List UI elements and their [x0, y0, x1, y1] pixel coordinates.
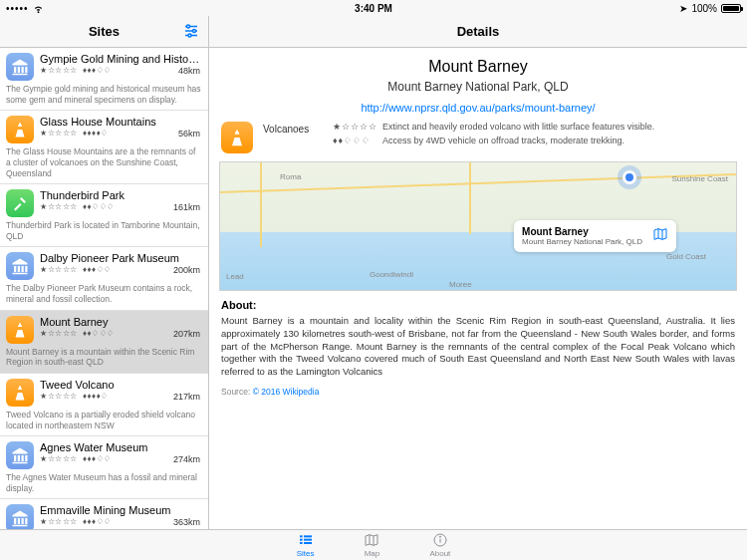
museum-icon [6, 504, 34, 529]
svg-rect-9 [304, 539, 312, 541]
site-description: Thunderbird Park is located in Tamborine… [6, 220, 202, 241]
site-distance: 217km [173, 392, 200, 402]
volcano-icon [6, 379, 34, 407]
sidebar-header: Sites [0, 16, 208, 48]
list-item[interactable]: Dalby Pioneer Park Museum★☆☆☆☆ ♦♦♦♢♢200k… [0, 247, 208, 310]
access-diamonds: ♦♦♢♢♢ [333, 136, 374, 145]
list-item[interactable]: Glass House Mountains★☆☆☆☆ ♦♦♦♦♢56kmThe … [0, 111, 208, 184]
site-name: Tweed Volcano [40, 379, 202, 391]
rating-stars: ★☆☆☆☆ [333, 122, 374, 132]
map-label: Moree [449, 280, 472, 289]
battery-percent: 100% [691, 3, 717, 14]
filter-button[interactable] [182, 22, 200, 44]
site-distance: 48km [178, 66, 200, 76]
list-item[interactable]: Gympie Gold Mining and Historical Muse..… [0, 48, 208, 111]
status-bar: 3:40 PM ➤ 100% [0, 0, 747, 16]
site-subtitle: Mount Barney National Park, QLD [209, 80, 747, 94]
site-title: Mount Barney [209, 58, 747, 76]
map-label: Gold Coast [666, 252, 706, 261]
map-view[interactable]: Roma Sunshine Coast Gold Coast Lead Goon… [219, 161, 737, 291]
rating-text: Extinct and heavily eroded volcano with … [382, 122, 654, 132]
site-distance: 207km [173, 329, 200, 339]
site-name: Thunderbird Park [40, 189, 202, 201]
pick-icon [6, 189, 34, 217]
site-description: The Agnes Water Museum has a fossil and … [6, 472, 202, 493]
site-distance: 200km [173, 265, 200, 275]
clock: 3:40 PM [355, 3, 392, 14]
site-distance: 363km [173, 517, 200, 527]
location-icon: ➤ [679, 3, 687, 14]
site-list[interactable]: Gympie Gold Mining and Historical Muse..… [0, 48, 208, 529]
about-section: About: Mount Barney is a mountain and lo… [209, 291, 747, 405]
access-text: Access by 4WD vehicle on offroad tracks,… [382, 136, 624, 145]
category-name: Volcanoes [263, 122, 323, 135]
category-row: Volcanoes ★☆☆☆☆Extinct and heavily erode… [209, 114, 747, 157]
tab-label: About [429, 549, 450, 558]
source-label: Source: [221, 387, 250, 397]
source-link[interactable]: © 2016 Wikipedia [253, 387, 320, 397]
list-item[interactable]: Emmaville Mining Museum★☆☆☆☆ ♦♦♦♢♢363kmT… [0, 499, 208, 529]
svg-rect-10 [300, 542, 303, 544]
site-description: Tweed Volcano is a partially eroded shie… [6, 410, 202, 430]
site-name: Gympie Gold Mining and Historical Muse..… [40, 53, 202, 65]
site-distance: 161km [173, 202, 200, 212]
svg-rect-7 [304, 535, 312, 537]
list-item[interactable]: Mount Barney★☆☆☆☆ ♦♦♢♢♢207kmMount Barney… [0, 311, 208, 374]
tab-bar: Sites Map About [0, 529, 747, 560]
site-name: Agnes Water Museum [40, 441, 202, 453]
detail-pane: Details Mount Barney Mount Barney Nation… [209, 16, 747, 529]
museum-icon [6, 252, 34, 280]
map-label: Lead [226, 272, 244, 281]
map-label: Goondiwindi [370, 270, 413, 279]
site-link[interactable]: http://www.nprsr.qld.gov.au/parks/mount-… [361, 102, 595, 114]
about-header: About: [221, 299, 735, 311]
list-item[interactable]: Thunderbird Park★☆☆☆☆ ♦♦♢♢♢161kmThunderb… [0, 184, 208, 247]
callout-subtitle: Mount Barney National Park, QLD [522, 237, 642, 246]
list-item[interactable]: Agnes Water Museum★☆☆☆☆ ♦♦♦♢♢274kmThe Ag… [0, 436, 208, 499]
carrier-signal-icon [6, 3, 29, 14]
map-label: Roma [280, 172, 301, 181]
volcano-icon [6, 316, 34, 344]
site-description: The Gympie gold mining and historical mu… [6, 84, 202, 105]
site-description: The Glass House Mountains are a the remn… [6, 146, 202, 178]
svg-point-5 [188, 34, 191, 37]
list-item[interactable]: Tweed Volcano★☆☆☆☆ ♦♦♦♦♢217kmTweed Volca… [0, 374, 208, 436]
volcano-icon [6, 116, 34, 143]
site-description: Mount Barney is a mountain within the Sc… [6, 347, 202, 368]
museum-icon [6, 53, 34, 81]
svg-point-3 [187, 25, 190, 28]
museum-icon [6, 441, 34, 469]
svg-point-14 [439, 536, 440, 537]
site-name: Mount Barney [40, 316, 202, 328]
site-name: Emmaville Mining Museum [40, 504, 202, 516]
site-description: The Dalby Pioneer Park Museum contains a… [6, 283, 202, 304]
tab-about[interactable]: About [429, 532, 450, 558]
site-name: Dalby Pioneer Park Museum [40, 252, 202, 264]
sidebar-title: Sites [89, 24, 120, 39]
detail-header: Details [209, 16, 747, 48]
battery-icon [721, 4, 741, 13]
wifi-icon [33, 3, 44, 14]
sidebar: Sites Gympie Gold Mining and Historical … [0, 16, 209, 529]
svg-point-4 [193, 30, 196, 33]
user-location-pin [622, 170, 636, 184]
callout-title: Mount Barney [522, 226, 642, 237]
map-icon[interactable] [652, 226, 668, 246]
svg-rect-11 [304, 542, 312, 544]
map-label: Sunshine Coast [672, 174, 728, 183]
site-name: Glass House Mountains [40, 116, 202, 128]
tab-map[interactable]: Map [364, 532, 379, 558]
site-distance: 56km [178, 129, 200, 139]
tab-label: Map [365, 549, 380, 558]
about-text: Mount Barney is a mountain and locality … [221, 315, 735, 379]
svg-rect-8 [300, 539, 303, 541]
svg-rect-6 [300, 535, 303, 537]
volcano-icon [221, 122, 253, 153]
site-distance: 274km [173, 454, 200, 464]
detail-header-title: Details [457, 24, 500, 39]
tab-sites[interactable]: Sites [297, 532, 315, 558]
map-callout[interactable]: Mount Barney Mount Barney National Park,… [514, 220, 676, 252]
tab-label: Sites [297, 549, 315, 558]
